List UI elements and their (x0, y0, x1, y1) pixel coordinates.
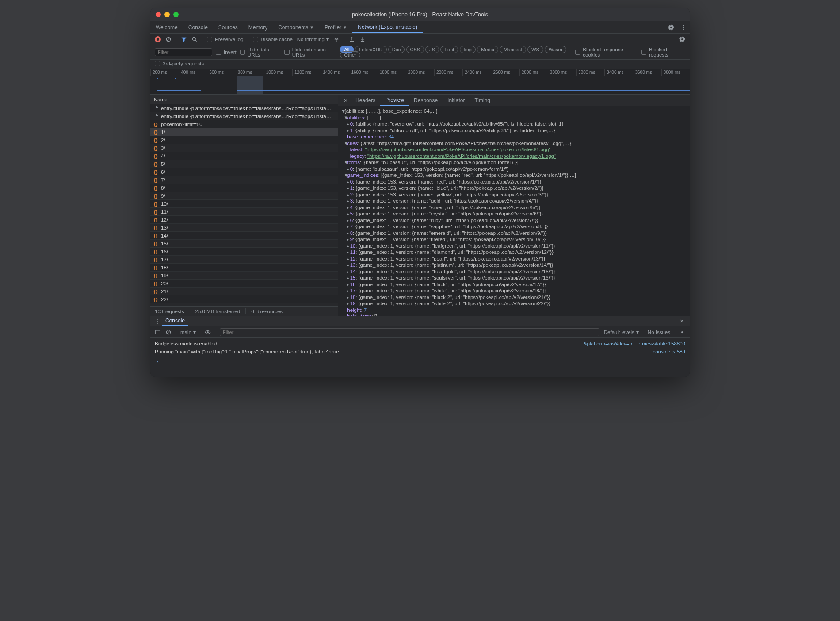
request-name: 14/ (161, 233, 168, 238)
kebab-menu-icon[interactable] (677, 21, 690, 33)
request-row[interactable]: {}10/ (150, 200, 338, 208)
hide-ext-urls-checkbox[interactable]: Hide extension URLs (284, 47, 336, 58)
filter-pill-media[interactable]: Media (477, 46, 498, 53)
detail-tab-timing[interactable]: Timing (470, 95, 495, 106)
request-row[interactable]: {}1/ (150, 128, 338, 136)
clear-icon[interactable] (165, 36, 172, 42)
drawer-kebab-icon[interactable]: ⋮ (154, 318, 162, 324)
console-input[interactable] (161, 357, 161, 365)
svg-line-11 (167, 331, 170, 334)
detail-tab-response[interactable]: Response (409, 95, 443, 106)
filter-pill-ws[interactable]: WS (527, 46, 543, 53)
preview-tree[interactable]: ▼{abilities: […,…], base_experience: 64,… (338, 106, 690, 316)
network-conditions-icon[interactable] (333, 36, 340, 42)
waterfall-overview[interactable]: 200 ms400 ms600 ms800 ms1000 ms1200 ms14… (150, 69, 690, 95)
request-row[interactable]: {}2/ (150, 136, 338, 144)
json-icon: {} (153, 273, 158, 278)
log-levels-dropdown[interactable]: Default levels▾ (604, 329, 639, 335)
request-name: 18/ (161, 265, 168, 270)
issues-button[interactable]: No Issues (648, 330, 670, 335)
filter-pill-js[interactable]: JS (425, 46, 439, 53)
tab-profiler[interactable]: Profiler⁕ (319, 21, 352, 33)
filter-input[interactable] (155, 48, 212, 56)
search-icon[interactable] (191, 36, 198, 42)
settings-gear-icon[interactable] (665, 21, 677, 33)
close-detail-icon[interactable]: × (341, 97, 351, 104)
request-row[interactable]: {}6/ (150, 168, 338, 176)
request-row[interactable]: {}17/ (150, 256, 338, 264)
throttling-dropdown[interactable]: No throttling▾ (297, 36, 329, 42)
tab-console[interactable]: Console (183, 21, 213, 33)
request-row[interactable]: {}7/ (150, 176, 338, 184)
request-row[interactable]: {}4/ (150, 152, 338, 160)
preserve-log-checkbox[interactable]: Preserve log (207, 37, 244, 42)
live-expression-icon[interactable] (205, 329, 211, 335)
console-filter-input[interactable] (220, 328, 599, 336)
timeline-tick: 1800 ms (378, 69, 406, 76)
request-row[interactable]: {}11/ (150, 208, 338, 216)
timeline-tick: 600 ms (207, 69, 235, 76)
third-party-checkbox[interactable]: 3rd-party requests (155, 61, 204, 66)
request-row[interactable]: {}12/ (150, 216, 338, 224)
close-drawer-icon[interactable]: × (677, 318, 686, 325)
request-row[interactable]: {}3/ (150, 144, 338, 152)
tab-sources[interactable]: Sources (213, 21, 243, 33)
detail-tab-preview[interactable]: Preview (380, 95, 409, 106)
request-row[interactable]: {}8/ (150, 184, 338, 192)
request-row[interactable]: {}21/ (150, 288, 338, 295)
filter-icon[interactable] (181, 36, 187, 42)
json-icon: {} (153, 297, 158, 302)
column-header-name[interactable]: Name (150, 95, 338, 104)
svg-point-1 (683, 27, 684, 27)
filter-pill-css[interactable]: CSS (406, 46, 424, 53)
request-row[interactable]: {}pokemon?limit=50 (150, 120, 338, 128)
detail-tab-headers[interactable]: Headers (351, 95, 380, 106)
disable-cache-checkbox[interactable]: Disable cache (253, 37, 293, 42)
tab-welcome[interactable]: Welcome (150, 21, 183, 33)
filter-pill-doc[interactable]: Doc (388, 46, 405, 53)
tab-network-expo-unstable-[interactable]: Network (Expo, unstable) (352, 21, 423, 33)
gear-icon[interactable] (679, 36, 685, 42)
request-row[interactable]: {}5/ (150, 160, 338, 168)
svg-rect-8 (156, 330, 160, 334)
filter-pill-img[interactable]: Img (460, 46, 476, 53)
context-dropdown[interactable]: main▾ (180, 329, 196, 335)
blocked-cookies-checkbox[interactable]: Blocked response cookies (575, 47, 638, 58)
filter-pill-other[interactable]: Other (340, 51, 360, 58)
request-row[interactable]: {}22/ (150, 295, 338, 303)
request-row[interactable]: {}16/ (150, 248, 338, 256)
tab-components[interactable]: Components⁕ (273, 21, 319, 33)
request-row[interactable]: {}9/ (150, 192, 338, 200)
log-source-link[interactable]: console.js:589 (653, 348, 685, 356)
request-row[interactable]: entry.bundle?platform=ios&dev=true&hot=f… (150, 112, 338, 120)
console-settings-icon[interactable] (679, 329, 685, 335)
clear-console-icon[interactable] (165, 329, 172, 335)
download-har-icon[interactable] (359, 36, 366, 42)
svg-point-2 (683, 29, 684, 30)
record-button[interactable] (155, 36, 161, 42)
tab-memory[interactable]: Memory (243, 21, 273, 33)
filter-pill-font[interactable]: Font (440, 46, 458, 53)
hide-data-urls-checkbox[interactable]: Hide data URLs (240, 47, 281, 58)
log-source-link[interactable]: &platform=ios&dev=tr…ermes-stable:158800 (584, 340, 685, 348)
request-row[interactable]: {}14/ (150, 232, 338, 240)
upload-har-icon[interactable] (349, 36, 355, 42)
request-name: 7/ (161, 177, 165, 183)
filter-pill-fetchxhr[interactable]: Fetch/XHR (355, 46, 387, 53)
request-row[interactable]: {}13/ (150, 224, 338, 232)
json-icon: {} (153, 249, 158, 254)
request-row[interactable]: {}19/ (150, 272, 338, 280)
sidebar-toggle-icon[interactable] (155, 329, 161, 335)
svg-line-6 (195, 40, 197, 41)
drawer-tab-console[interactable]: Console (162, 316, 188, 326)
request-row[interactable]: {}18/ (150, 264, 338, 272)
request-row[interactable]: entry.bundle?platform=ios&dev=true&hot=f… (150, 104, 338, 112)
detail-tab-initiator[interactable]: Initiator (443, 95, 470, 106)
filter-pill-wasm[interactable]: Wasm (545, 46, 566, 53)
json-icon: {} (153, 281, 158, 286)
blocked-requests-checkbox[interactable]: Blocked requests (641, 47, 685, 58)
request-row[interactable]: {}20/ (150, 280, 338, 288)
filter-pill-manifest[interactable]: Manifest (500, 46, 526, 53)
request-row[interactable]: {}15/ (150, 240, 338, 248)
invert-checkbox[interactable]: Invert (216, 50, 237, 55)
